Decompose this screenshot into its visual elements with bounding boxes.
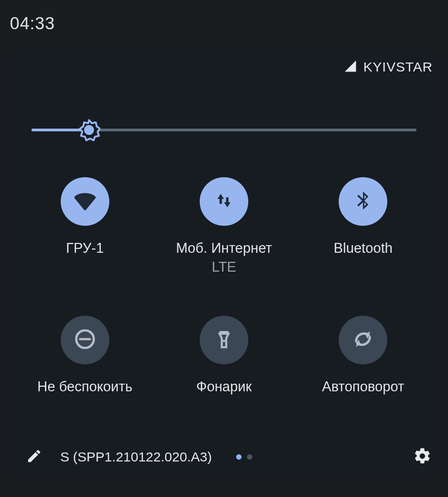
tile-flashlight-label: Фонарик [196, 379, 251, 395]
panel-footer: S (SPP1.210122.020.A3) [4, 443, 444, 475]
build-text: S (SPP1.210122.020.A3) [60, 449, 212, 465]
bluetooth-icon [352, 190, 374, 213]
tile-dnd[interactable]: Не беспокоить [15, 316, 154, 395]
settings-button[interactable] [413, 447, 432, 467]
tile-dnd-label: Не беспокоить [37, 379, 132, 395]
page-dot-active [236, 454, 242, 460]
pencil-icon [26, 448, 42, 466]
slider-thumb[interactable] [78, 119, 100, 141]
svg-point-4 [223, 340, 225, 342]
carrier-row: KYIVSTAR [4, 47, 444, 75]
tile-flashlight-toggle[interactable] [200, 316, 248, 364]
page-indicator [236, 454, 252, 460]
tile-autorotate-label: Автоповорот [322, 379, 404, 395]
tile-dnd-toggle[interactable] [61, 316, 109, 364]
status-bar: 04:33 [0, 0, 448, 47]
gear-icon [413, 447, 432, 467]
tile-bluetooth-toggle[interactable] [339, 177, 387, 226]
brightness-slider[interactable] [31, 119, 417, 141]
tile-flashlight[interactable]: Фонарик [154, 316, 293, 395]
tiles-grid: ГРУ-1 Моб. Интернет LTE [4, 177, 444, 394]
autorotate-icon [351, 327, 375, 353]
page-dot [247, 454, 252, 460]
tile-autorotate-toggle[interactable] [339, 316, 387, 364]
carrier-name: KYIVSTAR [363, 59, 433, 75]
svg-point-1 [84, 125, 94, 135]
quick-settings-panel: KYIVSTAR ГРУ-1 [4, 47, 444, 478]
tile-mobile-data-label: Моб. Интернет [176, 240, 272, 256]
tile-mobile-data-sublabel: LTE [212, 259, 237, 275]
tile-bluetooth[interactable]: Bluetooth [294, 177, 433, 275]
wifi-icon [72, 188, 98, 215]
brightness-icon [78, 119, 100, 141]
edit-button[interactable] [26, 448, 42, 466]
flashlight-icon [213, 328, 235, 352]
signal-icon [344, 59, 357, 75]
tile-bluetooth-label: Bluetooth [334, 240, 393, 256]
clock: 04:33 [10, 14, 55, 33]
data-arrows-icon [214, 191, 234, 212]
tile-wifi-toggle[interactable] [61, 177, 109, 226]
tile-mobile-data[interactable]: Моб. Интернет LTE [154, 177, 293, 275]
tile-wifi-label: ГРУ-1 [66, 240, 104, 256]
tile-autorotate[interactable]: Автоповорот [294, 316, 433, 395]
tile-mobile-data-toggle[interactable] [200, 177, 248, 226]
tile-wifi[interactable]: ГРУ-1 [15, 177, 154, 275]
dnd-icon [73, 327, 97, 353]
